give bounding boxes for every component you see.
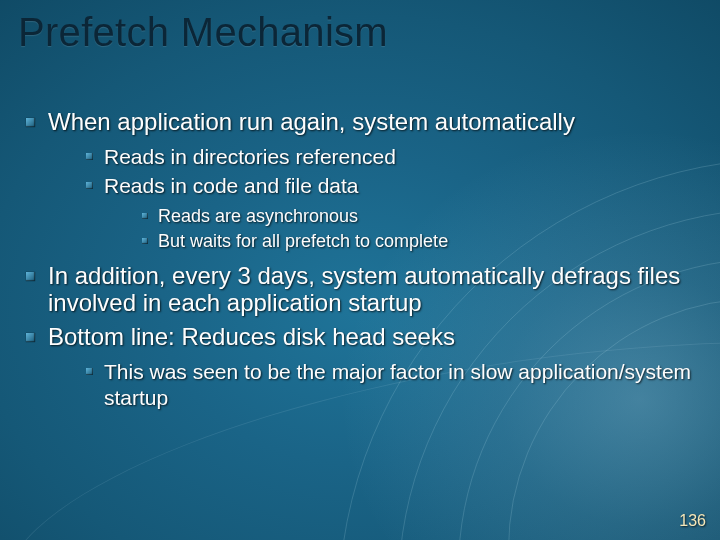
bullet-level2: This was seen to be the major factor in … xyxy=(84,359,692,412)
bullet-text: But waits for all prefetch to complete xyxy=(158,231,448,251)
slide-body: When application run again, system autom… xyxy=(22,108,692,417)
bullet-level1: Bottom line: Reduces disk head seeks Thi… xyxy=(22,323,692,411)
bullet-level2: Reads in directories referenced xyxy=(84,144,692,170)
bullet-text: Reads in code and file data xyxy=(104,174,359,197)
bullet-text: Bottom line: Reduces disk head seeks xyxy=(48,323,455,350)
bullet-text: When application run again, system autom… xyxy=(48,108,575,135)
slide-title: Prefetch Mechanism xyxy=(18,10,388,55)
bullet-text: Reads are asynchronous xyxy=(158,206,358,226)
page-number: 136 xyxy=(679,512,706,530)
bullet-text: In addition, every 3 days, system automa… xyxy=(48,262,680,317)
slide: Prefetch Mechanism When application run … xyxy=(0,0,720,540)
bullet-text: This was seen to be the major factor in … xyxy=(104,360,691,409)
bullet-level2: Reads in code and file data Reads are as… xyxy=(84,173,692,254)
bullet-level1: When application run again, system autom… xyxy=(22,108,692,254)
bullet-level3: But waits for all prefetch to complete xyxy=(140,230,692,253)
bullet-list: Reads in directories referenced Reads in… xyxy=(84,144,692,254)
bullet-level3: Reads are asynchronous xyxy=(140,205,692,228)
bullet-list: This was seen to be the major factor in … xyxy=(84,359,692,412)
bullet-list: When application run again, system autom… xyxy=(22,108,692,411)
bullet-list: Reads are asynchronous But waits for all… xyxy=(140,205,692,254)
bullet-text: Reads in directories referenced xyxy=(104,145,396,168)
bullet-level1: In addition, every 3 days, system automa… xyxy=(22,262,692,317)
